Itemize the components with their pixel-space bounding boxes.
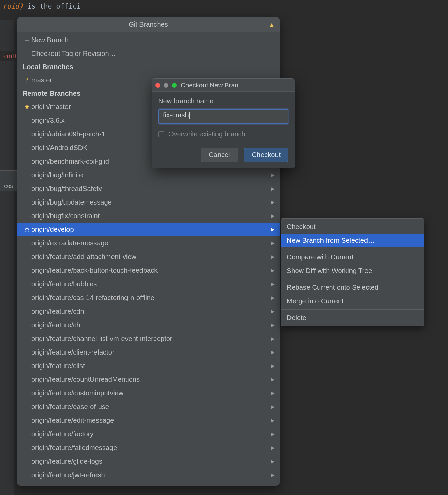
- chevron-right-icon: ▶: [269, 322, 275, 328]
- branch-label: origin/develop: [31, 226, 269, 234]
- popup-title-text: Git Branches: [129, 20, 168, 28]
- branch-label: origin/feature/countUnreadMentions: [31, 376, 269, 384]
- chevron-right-icon: ▶: [269, 281, 275, 287]
- plus-icon: ＋: [23, 36, 31, 44]
- checkout-button[interactable]: Checkout: [244, 148, 289, 162]
- branch-label: origin/feature/cas-14-refactoring-n-offl…: [31, 294, 269, 302]
- branch-label: origin/bug/infinite: [31, 171, 269, 179]
- close-icon[interactable]: [155, 83, 160, 88]
- chevron-right-icon: ▶: [269, 172, 275, 178]
- remote-branch-item[interactable]: origin/feature/jwt-refresh▶: [17, 468, 280, 482]
- chevron-right-icon: ▶: [269, 349, 275, 355]
- chevron-right-icon: ▶: [269, 240, 275, 246]
- remote-branch-item[interactable]: origin/bug/threadSafety▶: [17, 182, 280, 195]
- checkout-tag-label: Checkout Tag or Revision…: [31, 50, 275, 58]
- branch-name-label: New branch name:: [158, 97, 288, 105]
- side-tool-tab[interactable]: ces: [0, 170, 17, 191]
- popup-title: Git Branches ▲: [17, 17, 280, 32]
- branch-label: origin/bug/threadSafety: [31, 185, 269, 193]
- branch-label: origin/feature/cdn: [31, 308, 269, 315]
- remote-branch-item[interactable]: origin/feature/factory▶: [17, 427, 280, 441]
- remote-branch-item[interactable]: origin/feature/glide-logs▶: [17, 454, 280, 468]
- branch-label: origin/feature/ease-of-use: [31, 403, 269, 411]
- remote-branch-item[interactable]: origin/extradata-message▶: [17, 236, 280, 250]
- chevron-right-icon: ▶: [269, 186, 275, 191]
- remote-branch-item[interactable]: origin/bug/updatemessage▶: [17, 195, 280, 209]
- chevron-right-icon: ▶: [269, 227, 275, 232]
- remote-branch-item[interactable]: origin/feature/bubbles▶: [17, 277, 280, 291]
- chevron-right-icon: ▶: [269, 404, 275, 409]
- dialog-titlebar[interactable]: Checkout New Bran…: [152, 79, 295, 92]
- branch-label: origin/feature/add-attachment-view: [31, 253, 269, 261]
- remote-branch-item[interactable]: origin/bug/infinite▶: [17, 168, 280, 182]
- branch-label: origin/feature/factory: [31, 430, 269, 438]
- branch-label: origin/bugfix/constraint: [31, 212, 269, 220]
- submenu-item[interactable]: New Branch from Selected…: [281, 234, 424, 247]
- menu-separator: [281, 309, 424, 310]
- remote-branch-item[interactable]: origin/develop▶: [17, 223, 280, 236]
- new-branch-action[interactable]: ＋New Branch: [17, 33, 280, 47]
- branch-label: origin/feature/back-button-touch-feedbac…: [31, 267, 269, 274]
- remote-branch-item[interactable]: origin/feature/channel-list-vm-event-int…: [17, 332, 280, 345]
- tag-icon: 🏷: [23, 77, 31, 84]
- chevron-right-icon: ▶: [269, 254, 275, 259]
- cancel-button[interactable]: Cancel: [201, 148, 238, 162]
- remote-branch-item[interactable]: origin/feature/client-refactor▶: [17, 345, 280, 359]
- warning-icon[interactable]: ▲: [269, 21, 275, 28]
- editor-error-fragment: ionD: [0, 51, 16, 61]
- chevron-right-icon: ▶: [269, 390, 275, 396]
- remote-branch-item[interactable]: origin/feature/ease-of-use▶: [17, 400, 280, 414]
- star-filled-icon: [23, 104, 31, 110]
- zoom-icon[interactable]: [172, 83, 177, 88]
- branch-actions-submenu: CheckoutNew Branch from Selected…Compare…: [281, 218, 424, 326]
- dialog-title: Checkout New Bran…: [181, 81, 291, 89]
- branch-label: origin/feature/failedmessage: [31, 444, 269, 452]
- local-branches-header: Local Branches: [17, 60, 280, 73]
- checkout-new-branch-dialog: Checkout New Bran… New branch name: fix-…: [152, 78, 295, 168]
- remote-branch-item[interactable]: origin/feature/custominputview▶: [17, 386, 280, 400]
- submenu-item[interactable]: Delete: [281, 311, 424, 325]
- submenu-item[interactable]: Checkout: [281, 220, 424, 234]
- remote-branch-item[interactable]: origin/feature/ch▶: [17, 318, 280, 332]
- chevron-right-icon: ▶: [269, 472, 275, 478]
- chevron-right-icon: ▶: [269, 377, 275, 382]
- remote-branch-item[interactable]: origin/feature/clist▶: [17, 359, 280, 373]
- menu-separator: [281, 249, 424, 249]
- text-cursor: [189, 112, 190, 119]
- remote-branch-item[interactable]: origin/bugfix/constraint▶: [17, 209, 280, 223]
- chevron-right-icon: ▶: [269, 199, 275, 205]
- submenu-item[interactable]: Merge into Current: [281, 294, 424, 308]
- submenu-item[interactable]: Compare with Current: [281, 250, 424, 264]
- branch-label: origin/extradata-message: [31, 239, 269, 247]
- branch-label: origin/feature/glide-logs: [31, 457, 269, 465]
- remote-branch-item[interactable]: origin/feature/back-button-touch-feedbac…: [17, 264, 280, 277]
- branch-name-input[interactable]: fix-crash: [158, 109, 288, 124]
- branch-label: origin/feature/clist: [31, 362, 269, 370]
- branch-label: origin/feature/client-refactor: [31, 348, 269, 356]
- remote-branch-item[interactable]: origin/feature/add-attachment-view▶: [17, 250, 280, 264]
- overwrite-checkbox[interactable]: [158, 131, 164, 137]
- branch-label: origin/feature/channel-list-vm-event-int…: [31, 335, 269, 343]
- chevron-right-icon: ▶: [269, 336, 275, 341]
- checkout-tag-action[interactable]: Checkout Tag or Revision…: [17, 47, 280, 60]
- overwrite-checkbox-row[interactable]: Overwrite existing branch: [158, 130, 288, 138]
- branch-label: origin/bug/updatemessage: [31, 198, 269, 206]
- window-controls[interactable]: [155, 83, 177, 88]
- chevron-right-icon: ▶: [269, 459, 275, 464]
- branch-name-value: fix-crash: [163, 111, 189, 119]
- remote-branch-item[interactable]: origin/feature/countUnreadMentions▶: [17, 373, 280, 386]
- overwrite-label: Overwrite existing branch: [168, 130, 245, 138]
- submenu-item[interactable]: Rebase Current onto Selected: [281, 281, 424, 294]
- chevron-right-icon: ▶: [269, 363, 275, 369]
- chevron-right-icon: ▶: [269, 431, 275, 437]
- remote-branch-item[interactable]: origin/feature/edit-message▶: [17, 414, 280, 427]
- new-branch-label: New Branch: [31, 36, 275, 44]
- chevron-right-icon: ▶: [269, 295, 275, 300]
- remote-branch-item[interactable]: origin/feature/cas-14-refactoring-n-offl…: [17, 291, 280, 304]
- branch-label: origin/feature/custominputview: [31, 389, 269, 397]
- remote-branch-item[interactable]: origin/feature/failedmessage▶: [17, 441, 280, 454]
- branch-label: origin/feature/bubbles: [31, 280, 269, 288]
- chevron-right-icon: ▶: [269, 268, 275, 273]
- submenu-item[interactable]: Show Diff with Working Tree: [281, 264, 424, 278]
- remote-branch-item[interactable]: origin/feature/cdn▶: [17, 304, 280, 318]
